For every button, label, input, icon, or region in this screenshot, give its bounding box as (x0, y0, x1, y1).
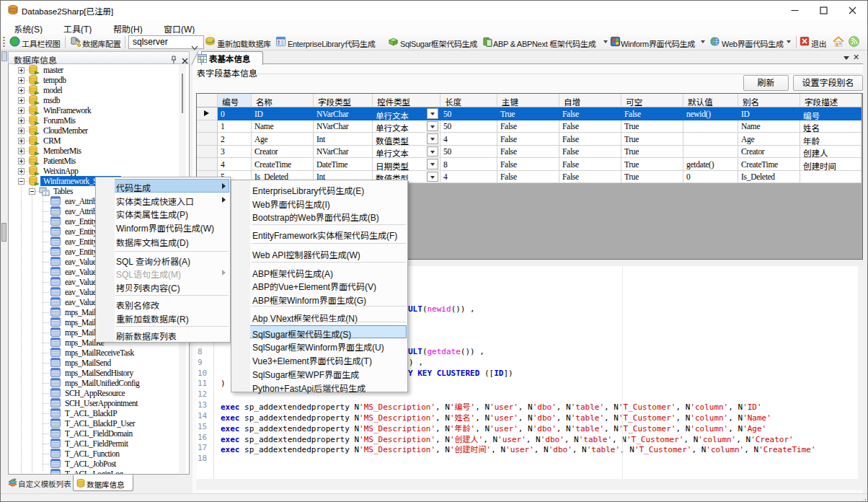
context-menu-item-Winform界面代码生成(W)[interactable]: Winform界面代码生成(W) (116, 221, 214, 234)
tree-node-MemberMis[interactable]: MemberMis (9, 146, 189, 156)
grid-column-header-控件类型[interactable]: 控件类型 (373, 94, 440, 107)
grid-cell[interactable]: False (559, 146, 621, 159)
context-menu-item-实体类生成快速入口[interactable]: 实体类生成快速入口 (116, 195, 194, 207)
grid-column-header-别名[interactable]: 别名 (738, 94, 800, 107)
context-submenu-item-ABP框架代码生成(A)[interactable]: ABP框架代码生成(A) (252, 267, 333, 279)
grid-row-3[interactable]: 3CreatorNVarChar单行文本50FalseFalseTrueCrea… (197, 146, 862, 159)
tree-node-mps_MailReceiveTask[interactable]: mps_MailReceiveTask (9, 348, 189, 358)
grid-cell[interactable] (800, 171, 862, 184)
set-field-alias-button[interactable]: 设置字段别名 (793, 75, 863, 91)
maximize-button[interactable] (809, 1, 838, 20)
toolbar-dropdown-arrow[interactable] (787, 40, 791, 43)
grid-cell[interactable]: False (559, 133, 621, 146)
grid-cell[interactable]: 编号 (800, 107, 862, 120)
grid-cell[interactable]: 8 (440, 158, 497, 171)
tab-list-dropdown-icon[interactable] (843, 56, 849, 60)
grid-column-header-字段类型[interactable]: 字段类型 (314, 94, 373, 107)
tree-node-CRM[interactable]: CRM (9, 136, 189, 146)
grid-cell[interactable]: NVarChar (314, 146, 373, 159)
tree-node-msdb[interactable]: msdb (9, 95, 189, 105)
tree-expander[interactable] (18, 168, 25, 175)
tab-close-icon[interactable]: ✕ (853, 53, 859, 62)
grid-row-header[interactable] (197, 133, 218, 146)
tree-node-mps_MailUnifiedConfig[interactable]: mps_MailUnifiedConfig (9, 378, 189, 388)
context-menu-item-刷新数据库列表[interactable]: 刷新数据库列表 (116, 330, 177, 342)
close-button[interactable] (838, 1, 867, 20)
tree-expander[interactable] (18, 67, 25, 74)
grid-cell[interactable] (683, 146, 738, 159)
tree-node-T_ACL_FieldPermit[interactable]: T_ACL_FieldPermit (9, 439, 189, 449)
dock-tab-自定义模板列表[interactable]: 自定义模板列表 (5, 475, 73, 491)
grid-cell[interactable]: False (497, 171, 559, 184)
tree-node-T_ACL_BlackIP_User[interactable]: T_ACL_BlackIP_User (9, 418, 189, 428)
context-submenu-item-ABP框架Winform界面生成(G)[interactable]: ABP框架Winform界面生成(G) (252, 294, 366, 306)
tree-node-T_ACL_JobPost[interactable]: T_ACL_JobPost (9, 459, 189, 469)
context-submenu-item-Bootstrap的Web界面代码生成(B)[interactable]: Bootstrap的Web界面代码生成(B) (252, 211, 379, 223)
grid-cell[interactable]: 4 (440, 133, 497, 146)
grid-cell[interactable]: True (621, 146, 683, 159)
tree-node-master[interactable]: master (9, 65, 189, 75)
grid-cell[interactable]: 50 (440, 120, 497, 133)
context-submenu-item-Vue3+Element界面代码生成(T)[interactable]: Vue3+Element界面代码生成(T) (252, 354, 372, 366)
tree-node-T_ACL_Function[interactable]: T_ACL_Function (9, 449, 189, 459)
grid-cell[interactable]: NVarChar (314, 107, 373, 120)
grid-row-0[interactable]: 0IDNVarChar单行文本50TrueFalseFalsenewid()ID… (197, 107, 862, 120)
context-submenu-item-Web界面代码生成(I)[interactable]: Web界面代码生成(I) (252, 198, 330, 210)
grid-cell[interactable] (683, 120, 738, 133)
grid-cell[interactable]: 4 (440, 171, 497, 184)
grid-column-header-字段描述[interactable]: 字段描述 (800, 94, 862, 107)
menubar-item-3[interactable]: 帮助(H) (109, 22, 147, 33)
tree-node-T_ACL_LoginLog[interactable]: T_ACL_LoginLog (9, 469, 189, 475)
grid-row-header[interactable] (197, 107, 218, 120)
grid-cell[interactable] (683, 133, 738, 146)
context-menu-item-SQL 查询分析器(A)[interactable]: SQL 查询分析器(A) (116, 255, 190, 267)
cell-combo-button[interactable] (427, 159, 438, 169)
grid-column-header-可空[interactable]: 可空 (621, 94, 683, 107)
grid-cell[interactable]: Int (314, 133, 373, 146)
tree-expander[interactable] (18, 87, 25, 94)
tree-node-tempdb[interactable]: tempdb (9, 75, 189, 85)
tree-node-CloudMember[interactable]: CloudMember (9, 126, 189, 136)
grid-cell[interactable]: False (559, 107, 621, 120)
grid-row-header[interactable] (197, 146, 218, 159)
grid-cell[interactable]: Is_Deleted (738, 171, 800, 184)
cell-combo-button[interactable] (427, 146, 438, 157)
grid-cell[interactable]: 1 (218, 120, 252, 133)
context-menu-item-SQL语句生成(M)[interactable]: SQL语句生成(M) (116, 268, 181, 280)
tree-node-model[interactable]: model (9, 85, 189, 95)
cell-combo-button[interactable] (427, 108, 438, 119)
grid-cell[interactable]: False (559, 120, 621, 133)
grid-cell[interactable]: True (621, 133, 683, 146)
tree-node-T_ACL_BlackIP[interactable]: T_ACL_BlackIP (9, 408, 189, 418)
grid-cell[interactable]: Age (738, 133, 800, 146)
tree-expander[interactable] (18, 107, 25, 114)
context-submenu-item-Web API控制器代码生成(W)[interactable]: Web API控制器代码生成(W) (252, 248, 360, 260)
menubar-item-1[interactable]: 系统(S) (9, 22, 47, 33)
grid-cell[interactable]: 50 (440, 146, 497, 159)
resize-grip[interactable] (860, 495, 867, 501)
context-submenu-item-SqlSugar框架Winform界面生成(U)[interactable]: SqlSugar框架Winform界面生成(U) (252, 340, 384, 353)
database-type-combo[interactable]: sqlserver (128, 35, 204, 49)
grid-cell[interactable]: Age (252, 133, 314, 146)
grid-cell[interactable]: ID (252, 107, 314, 120)
tree-node-WeixinApp[interactable]: WeixinApp (9, 166, 189, 176)
grid-cell[interactable]: 数值类型 (373, 133, 440, 146)
grid-column-header-默认值[interactable]: 默认值 (683, 94, 738, 107)
grid-cell[interactable]: False (621, 107, 683, 120)
grid-cell[interactable]: ID (738, 107, 800, 120)
tree-expander[interactable] (18, 118, 25, 124)
grid-cell[interactable]: 单行文本 (373, 146, 440, 159)
tree-node-ForumMis[interactable]: ForumMis (9, 115, 189, 126)
tree-node-mps_MailSend[interactable]: mps_MailSend (9, 358, 189, 368)
dock-tab-数据库信息[interactable]: 数据库信息 (73, 475, 133, 491)
grid-row-1[interactable]: 1NameNVarChar单行文本50FalseFalseTrueName姓名 (197, 120, 862, 133)
grid-row-2[interactable]: 2AgeInt数值类型4FalseFalseTrueAge年龄 (197, 133, 862, 146)
grid-cell[interactable]: 单行文本 (373, 107, 440, 120)
context-menu-item-表别名修改[interactable]: 表别名修改 (116, 299, 159, 311)
tree-expander[interactable] (18, 158, 25, 164)
grid-cell[interactable]: Creator (252, 146, 314, 159)
tree-expander[interactable] (18, 178, 25, 185)
grid-cell[interactable]: False (559, 171, 621, 184)
grid-cell[interactable]: getdate() (683, 158, 738, 171)
context-submenu-item-SqlSugar框架代码生成(S)[interactable]: SqlSugar框架代码生成(S) (252, 327, 351, 340)
